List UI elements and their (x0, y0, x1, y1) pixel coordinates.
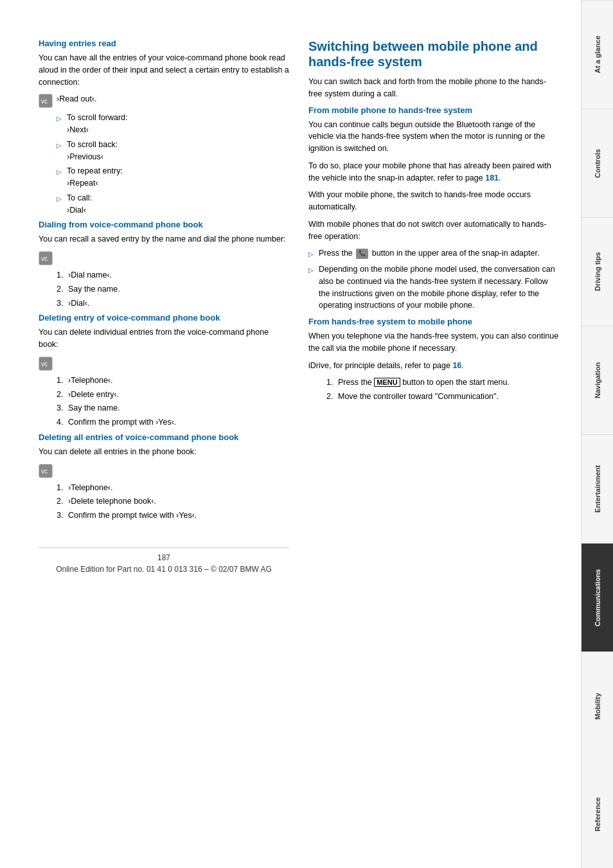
sub-item-forward-text: To scroll forward: ›Next‹ (67, 112, 127, 136)
tri-bullet-icon: ▷ (57, 141, 63, 150)
bullet-text-depending: Depending on the mobile phone model used… (319, 263, 559, 312)
right-s1-p4: With mobile phones that do not switch ov… (308, 218, 559, 243)
section-having-entries-para: You can have all the entries of your voi… (39, 52, 289, 88)
tri-bullet-icon: ▷ (57, 114, 63, 123)
bullet-item-depending: ▷ Depending on the mobile phone model us… (308, 263, 559, 312)
sidebar-tab-at-a-glance[interactable]: At a glance (582, 0, 613, 109)
hf-step-1: 1. Press the MENU button to open the sta… (326, 376, 559, 389)
main-heading: Switching between mobile phone and hands… (308, 39, 559, 69)
section-dialing: Dialing from voice-command phone book Yo… (39, 220, 289, 309)
sub-item-forward: ▷ To scroll forward: ›Next‹ (57, 112, 289, 136)
sidebar-tab-controls[interactable]: Controls (582, 109, 613, 217)
sidebar-tab-communications[interactable]: Communications (582, 543, 613, 651)
right-s1-p1: You can continue calls begun outside the… (308, 119, 559, 155)
dial-step-1: 1. ›Dial name‹. (57, 269, 289, 281)
section-delete-all-para: You can delete all entries in the phone … (39, 446, 289, 458)
voice-line-delete-all: vc (39, 463, 289, 478)
tri-bullet-icon: ▷ (308, 249, 315, 259)
tri-bullet-icon: ▷ (57, 194, 63, 204)
voice-command-icon: vc (39, 94, 53, 108)
svg-text:vc: vc (41, 468, 48, 475)
right-s1-p2: To do so, place your mobile phone that h… (308, 160, 559, 184)
section-delete-entry: Deleting entry of voice-command phone bo… (39, 313, 289, 429)
bullet-item-press-button: ▷ Press the 📞 button in the upper area o… (308, 247, 559, 260)
page-number: 187 (39, 553, 289, 562)
sidebar-tab-driving-tips[interactable]: Driving tips (582, 217, 613, 326)
svg-text:vc: vc (41, 98, 48, 105)
hf-step-1-text: Press the MENU button to open the start … (338, 376, 510, 389)
section-title-having-entries: Having entries read (39, 39, 289, 48)
delete-all-step-2: 2. ›Delete telephone book‹. (57, 495, 289, 508)
dial-step-3: 3. ›Dial‹. (57, 297, 289, 310)
section-delete-all: Deleting all entries of voice-command ph… (39, 432, 289, 522)
svg-text:vc: vc (41, 255, 48, 262)
section-mobile-to-handsfree: From mobile phone to hands-free system Y… (308, 105, 559, 312)
tri-bullet-icon: ▷ (308, 265, 315, 275)
sidebar-tab-reference[interactable]: Reference (582, 760, 613, 868)
delete-step-4: 4. Confirm the prompt with ›Yes‹. (57, 416, 289, 429)
menu-label: MENU (374, 378, 400, 387)
sidebar-tab-mobility[interactable]: Mobility (582, 651, 613, 760)
sidebar-tab-entertainment[interactable]: Entertainment (582, 434, 613, 543)
delete-all-step-1: 1. ›Telephone‹. (57, 482, 289, 494)
right-intro: You can switch back and forth from the m… (308, 76, 559, 100)
section-dialing-para: You can recall a saved entry by the name… (39, 233, 289, 245)
main-content: Having entries read You can have all the… (0, 0, 581, 868)
voice-command-icon: vc (39, 357, 53, 371)
sub-item-repeat: ▷ To repeat entry: ›Repeat‹ (57, 165, 289, 190)
right-s1-p3: With your mobile phone, the switch to ha… (308, 189, 559, 213)
page-footer: 187 Online Edition for Part no. 01 41 0 … (39, 547, 289, 574)
section-title-delete-all: Deleting all entries of voice-command ph… (39, 432, 289, 442)
section-title-delete-entry: Deleting entry of voice-command phone bo… (39, 313, 289, 323)
dial-step-2: 2. Say the name. (57, 283, 289, 296)
voice-cmd-read-out: vc ›Read out‹. (39, 93, 289, 108)
delete-step-1: 1. ›Telephone‹. (57, 375, 289, 387)
bullet-text-press: Press the 📞 button in the upper area of … (319, 247, 539, 260)
delete-entry-steps: 1. ›Telephone‹. 2. ›Delete entry‹. 3. Sa… (57, 375, 289, 429)
voice-command-icon: vc (39, 251, 53, 265)
scroll-sub-list: ▷ To scroll forward: ›Next‹ ▷ To scroll … (57, 112, 289, 216)
dialing-steps: 1. ›Dial name‹. 2. Say the name. 3. ›Dia… (57, 269, 289, 309)
section-delete-entry-para: You can delete individual entries from t… (39, 326, 289, 351)
voice-command-icon: vc (39, 464, 53, 478)
section-handsfree-to-mobile: From hands-free system to mobile phone W… (308, 317, 559, 403)
hf-step-2: 2. Move the controller toward "Communica… (326, 391, 559, 403)
delete-all-steps: 1. ›Telephone‹. 2. ›Delete telephone boo… (57, 482, 289, 522)
page-wrapper: Having entries read You can have all the… (0, 0, 613, 868)
ref-link-181[interactable]: 181 (485, 173, 499, 182)
right-s2-p1: When you telephone via the hands-free sy… (308, 330, 559, 355)
delete-all-step-3: 3. Confirm the prompt twice with ›Yes‹. (57, 509, 289, 522)
section-title-dialing: Dialing from voice-command phone book (39, 220, 289, 229)
sub-item-back: ▷ To scroll back: ›Previous‹ (57, 139, 289, 163)
voice-line-dialing: vc (39, 251, 289, 265)
handsfree-bullet-list: ▷ Press the 📞 button in the upper area o… (308, 247, 559, 312)
section-having-entries-read: Having entries read You can have all the… (39, 39, 289, 216)
section-title-hf-to-mobile: From hands-free system to mobile phone (308, 317, 559, 326)
svg-text:vc: vc (41, 360, 48, 368)
delete-step-2: 2. ›Delete entry‹. (57, 389, 289, 401)
tri-bullet-icon: ▷ (57, 167, 63, 177)
sidebar: At a glance Controls Driving tips Naviga… (581, 0, 613, 868)
right-s2-p2: iDrive, for principle details, refer to … (308, 360, 559, 372)
hf-to-mobile-steps: 1. Press the MENU button to open the sta… (326, 376, 559, 403)
delete-step-3: 3. Say the name. (57, 402, 289, 414)
sidebar-tab-navigation[interactable]: Navigation (582, 326, 613, 434)
sub-item-call-text: To call: ›Dial‹ (67, 192, 92, 217)
sub-item-back-text: To scroll back: ›Previous‹ (67, 139, 118, 163)
sub-item-repeat-text: To repeat entry: ›Repeat‹ (67, 165, 123, 190)
left-column: Having entries read You can have all the… (39, 39, 289, 842)
sub-item-call: ▷ To call: ›Dial‹ (57, 192, 289, 217)
copyright-text: Online Edition for Part no. 01 41 0 013 … (39, 565, 289, 574)
phone-button-icon: 📞 (356, 249, 368, 259)
ref-link-16[interactable]: 16 (452, 361, 461, 370)
right-column: Switching between mobile phone and hands… (308, 39, 559, 842)
voice-cmd-text: ›Read out‹. (57, 93, 97, 105)
voice-line-delete: vc (39, 356, 289, 371)
section-title-mobile-to-hf: From mobile phone to hands-free system (308, 105, 559, 115)
